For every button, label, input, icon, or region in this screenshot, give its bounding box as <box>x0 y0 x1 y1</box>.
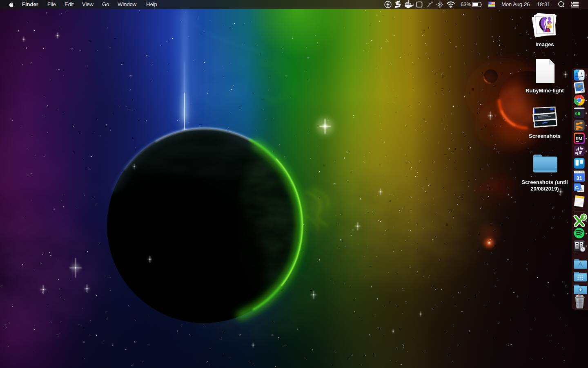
svg-text:G: G <box>575 185 579 190</box>
svg-text:31: 31 <box>576 175 582 181</box>
svg-text:$: $ <box>575 112 577 117</box>
svg-text:RM: RM <box>576 137 582 141</box>
